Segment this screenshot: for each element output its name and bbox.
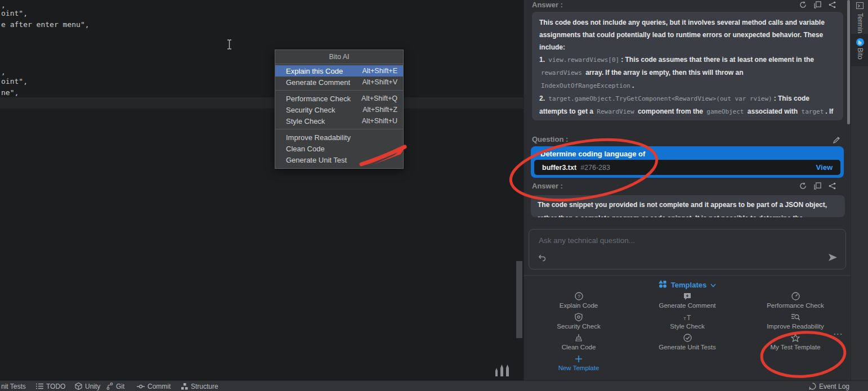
context-menu-title: Bito AI [275, 50, 403, 64]
menu-item-performance-check[interactable]: Performance Check Alt+Shift+Q [275, 93, 403, 104]
code-fragment: , [1, 1, 6, 9]
statusbar-structure[interactable]: Structure [181, 381, 218, 391]
input-placeholder: Ask any technical question... [539, 236, 635, 245]
question-title: Determine coding language of [531, 146, 844, 158]
menu-item-explain-this-code[interactable]: Explain this Code Alt+Shift+E [275, 65, 403, 77]
tool-button-terminal[interactable]: Terminal [851, 1, 868, 38]
code-fragment: oint", [1, 77, 28, 86]
template-style-check[interactable]: TT Style Check [645, 312, 730, 330]
text-cursor-icon [226, 39, 232, 52]
answer-card-2: The code snippet you provided is not com… [531, 195, 845, 217]
templates-header-label: Templates [671, 281, 706, 289]
svg-text:T: T [687, 314, 691, 321]
todo-icon [36, 383, 43, 389]
share-icon[interactable] [829, 182, 836, 190]
menu-item-improve-readability[interactable]: Improve Readability [275, 132, 403, 143]
code-editor[interactable]: , oint", e after enter menu", , oint", n… [0, 0, 524, 380]
editor-scrollbar[interactable] [516, 261, 522, 338]
clean-code-icon [536, 333, 621, 343]
templates-icon [659, 280, 667, 290]
undo-icon[interactable] [537, 253, 546, 264]
question-label: Question : [532, 135, 568, 143]
bito-icon: b [856, 38, 864, 46]
share-icon[interactable] [829, 1, 836, 8]
template-generate-unit-tests[interactable]: Generate Unit Tests [645, 333, 730, 350]
tool-button-bito[interactable]: b Bito [851, 34, 868, 66]
answer-card-1: This code does not include any queries, … [532, 12, 843, 120]
code-fragment: ne", [1, 88, 19, 97]
bito-panel: Answer : This code does not include any … [524, 0, 851, 380]
bito-label: Bito [856, 48, 864, 60]
view-link[interactable]: View [816, 163, 833, 172]
question-line-range: #276-283 [580, 164, 610, 172]
regenerate-icon[interactable] [799, 1, 807, 8]
answer-label: Answer : [532, 1, 563, 9]
git-branch-icon [106, 383, 113, 390]
svg-text:?: ? [577, 294, 580, 299]
new-template-button[interactable]: New Template [536, 354, 621, 371]
edit-icon[interactable] [833, 136, 840, 146]
menu-item-style-check[interactable]: Style Check Alt+Shift+U [275, 115, 403, 127]
menu-item-generate-comment[interactable]: Generate Comment Alt+Shift+V [275, 77, 403, 88]
statusbar-commit[interactable]: Commit [137, 381, 171, 391]
statusbar-git[interactable]: Git [106, 381, 124, 391]
regenerate-icon[interactable] [799, 182, 807, 190]
menu-shortcut: Alt+Shift+Q [361, 95, 397, 102]
statusbar-unit-tests[interactable]: nit Tests [1, 381, 26, 391]
menu-separator [275, 129, 403, 129]
code-fragment: oint", [1, 9, 28, 17]
template-generate-comment[interactable]: Generate Comment [645, 291, 730, 309]
generate-unit-tests-icon [645, 333, 730, 343]
template-explain-code[interactable]: ? Explain Code [536, 291, 621, 309]
event-log-icon [809, 383, 816, 390]
unity-icon [75, 383, 82, 390]
template-my-test-template[interactable]: My Test Template [753, 333, 838, 350]
security-check-icon [536, 312, 621, 322]
statusbar-event-log[interactable]: Event Log [809, 381, 849, 391]
code-fragment: e after enter menu", [1, 20, 90, 29]
menu-shortcut: Alt+Shift+Z [363, 106, 397, 114]
generate-comment-icon [645, 291, 730, 301]
menu-item-security-check[interactable]: Security Check Alt+Shift+Z [275, 104, 403, 115]
status-bar: nit Tests TODO Unity Git Commit Structur… [0, 380, 868, 391]
statusbar-todo[interactable]: TODO [36, 381, 65, 391]
menu-item-clean-code[interactable]: Clean Code [275, 143, 403, 154]
improve-readability-icon [753, 312, 838, 322]
my-test-template-icon [753, 333, 838, 343]
performance-check-icon [753, 291, 838, 301]
question-card[interactable]: Determine coding language of buffer3.txt… [531, 146, 844, 178]
menu-shortcut: Alt+Shift+U [362, 117, 397, 125]
template-performance-check[interactable]: Performance Check [753, 291, 838, 309]
question-file-row[interactable]: buffer3.txt #276-283 View [534, 160, 840, 175]
answer-label: Answer : [532, 182, 563, 190]
code-fragment: , [1, 68, 6, 76]
panel-divider [524, 275, 851, 276]
menu-shortcut: Alt+Shift+V [362, 78, 397, 86]
svg-text:T: T [683, 316, 686, 321]
templates-dropdown[interactable]: Templates [524, 280, 851, 290]
more-templates-button[interactable]: ... [834, 328, 843, 336]
right-tool-strip: Terminal b Bito [851, 0, 868, 391]
editor-divider-band [0, 97, 524, 109]
template-security-check[interactable]: Security Check [536, 312, 621, 330]
template-improve-readability[interactable]: Improve Readability [753, 312, 838, 330]
bito-ai-context-menu: Bito AI Explain this Code Alt+Shift+E Ge… [275, 50, 404, 169]
editor-background [0, 0, 524, 97]
send-icon[interactable] [828, 253, 838, 264]
new-template-icon [536, 354, 621, 363]
panel-scrollbar[interactable] [847, 0, 850, 124]
commit-icon [137, 384, 145, 389]
structure-icon [181, 383, 188, 390]
style-check-icon: TT [645, 312, 730, 322]
question-input[interactable]: Ask any technical question... [529, 229, 846, 269]
copy-icon[interactable] [814, 1, 821, 8]
chevron-down-icon [710, 281, 716, 289]
menu-separator [275, 90, 403, 91]
template-clean-code[interactable]: Clean Code [536, 333, 621, 350]
explain-code-icon: ? [536, 291, 621, 301]
copy-icon[interactable] [814, 182, 821, 190]
terminal-icon [856, 1, 863, 11]
menu-item-generate-unit-test[interactable]: Generate Unit Test [275, 154, 403, 165]
menu-shortcut: Alt+Shift+E [362, 67, 397, 75]
statusbar-unity[interactable]: Unity [75, 381, 100, 391]
